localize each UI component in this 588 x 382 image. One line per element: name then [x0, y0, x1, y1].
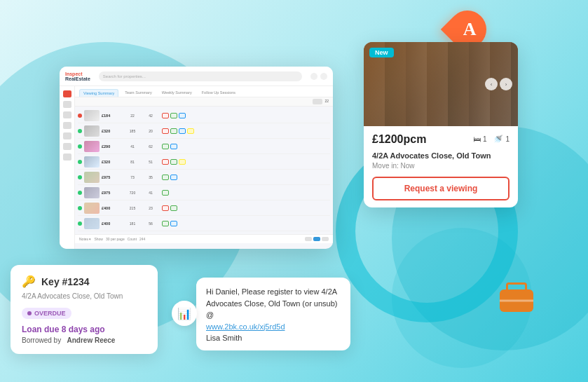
sms-body: Hi Daniel, Please register to view 4/2A … [206, 287, 338, 319]
sms-card: Hi Daniel, Please register to view 4/2A … [196, 278, 350, 350]
pagination-current[interactable] [313, 237, 320, 241]
row-data: £975 73 35 [102, 175, 330, 180]
row-thumbnail [84, 187, 100, 198]
scan-upload-icon[interactable]: 📊 [172, 301, 197, 326]
sidebar-item-home[interactable] [63, 90, 71, 97]
row-badges [162, 190, 169, 196]
tab-team-summary[interactable]: Team Summary [121, 89, 156, 97]
badge-1 [162, 113, 169, 118]
row-cell-1: 41 [125, 144, 139, 149]
borrowed-by-name: Andrew Reece [67, 336, 115, 344]
row-badges [162, 175, 177, 180]
app-tabs: Viewing Summary Team Summary Weekly Summ… [75, 86, 333, 97]
badge-2 [170, 113, 177, 118]
row-cell-2: 41 [144, 191, 158, 195]
property-image: New ‹ › [364, 42, 518, 126]
row-price: £320 [102, 129, 121, 133]
status-dot-green [78, 175, 82, 179]
badge-2 [170, 144, 177, 149]
badge-1 [162, 175, 169, 180]
badge-1 [162, 144, 169, 149]
row-cell-2: 51 [144, 160, 158, 164]
row-cell-2: 42 [144, 114, 158, 118]
key-subtitle: 4/2A Advocates Close, Old Town [22, 292, 146, 300]
row-cell-1: 73 [125, 175, 139, 179]
move-in-label: Move in: [372, 162, 399, 170]
badge-3 [179, 113, 186, 118]
logo-letter: A [463, 19, 476, 40]
row-cell-1: 181 [125, 221, 139, 226]
row-thumbnail [84, 203, 100, 214]
baths-count: 1 [505, 135, 510, 143]
badge-1 [162, 128, 169, 134]
tab-follow-up[interactable]: Follow Up Sessions [198, 89, 239, 97]
app-main-content: Viewing Summary Team Summary Weekly Summ… [75, 86, 333, 249]
overdue-label: OVERDUE [34, 310, 66, 317]
per-page-label: 30 per page [106, 237, 125, 241]
app-header-icons [310, 73, 327, 80]
sidebar-item-settings[interactable] [63, 154, 71, 161]
count-badge: 22 [324, 99, 329, 104]
prev-image-arrow[interactable]: ‹ [485, 78, 498, 90]
badge-2 [170, 205, 177, 211]
sidebar-item-2[interactable] [63, 101, 71, 108]
row-cell-2: 35 [144, 175, 158, 179]
app-sidebar [60, 86, 75, 249]
app-pagination: Notes ▾ Show 30 per page Count 244 [75, 234, 333, 243]
tab-weekly-summary[interactable]: Weekly Summary [158, 89, 196, 97]
app-table: £184 22 42 £320 185 [75, 107, 333, 233]
star-icon[interactable] [320, 73, 327, 80]
bedrooms-amenity: 🛏 1 [473, 135, 487, 144]
sidebar-item-5[interactable] [63, 132, 71, 139]
app-body: Viewing Summary Team Summary Weekly Summ… [60, 86, 333, 249]
overdue-badge: OVERDUE [22, 308, 71, 319]
toolbar-filter-icon[interactable] [313, 99, 322, 104]
sidebar-item-4[interactable] [63, 122, 71, 129]
pagination-next[interactable] [322, 237, 329, 241]
property-info: £1200pcm 🛏 1 🚿 1 4/2A Advocates Close, O… [364, 126, 518, 207]
row-data: £400 181 56 [102, 221, 330, 226]
row-price: £400 [102, 206, 121, 210]
overdue-dot [27, 311, 32, 315]
row-price: £290 [102, 144, 121, 149]
row-badges [162, 113, 186, 118]
table-row: £184 22 42 [78, 108, 330, 123]
app-search-bar[interactable]: Search for properties... [99, 71, 302, 81]
badge-2 [170, 221, 177, 226]
bath-icon: 🚿 [493, 135, 503, 144]
beds-count: 1 [483, 135, 487, 143]
bathrooms-amenity: 🚿 1 [493, 135, 510, 144]
row-thumbnail [84, 218, 100, 229]
sidebar-item-6[interactable] [63, 143, 71, 150]
row-data: £184 22 42 [102, 113, 330, 118]
key-card: 🔑 Key #1234 4/2A Advocates Close, Old To… [11, 265, 158, 354]
key-title: Key #1234 [41, 276, 90, 287]
row-thumbnail [84, 172, 100, 183]
app-titlebar: InspectRealEstate Search for properties.… [60, 67, 333, 86]
row-price: £400 [102, 221, 121, 226]
badge-2 [170, 128, 177, 134]
row-cell-1: 81 [125, 160, 139, 164]
row-data: £400 215 23 [102, 205, 330, 211]
pagination-controls[interactable] [305, 237, 329, 241]
request-viewing-button[interactable]: Request a viewing [372, 177, 510, 200]
row-badges [162, 159, 186, 165]
status-dot-green [78, 221, 82, 226]
row-data: £975 720 41 [102, 190, 330, 196]
app-window: InspectRealEstate Search for properties.… [60, 67, 333, 249]
row-cell-2: 23 [144, 206, 158, 210]
badge-3 [179, 159, 186, 165]
tab-viewing-summary[interactable]: Viewing Summary [79, 89, 118, 97]
pagination-prev[interactable] [305, 237, 312, 241]
row-thumbnail [84, 110, 100, 121]
notification-icon[interactable] [310, 73, 317, 80]
new-badge: New [369, 48, 394, 57]
row-thumbnail [84, 125, 100, 137]
sidebar-item-3[interactable] [63, 111, 71, 118]
row-price: £975 [102, 191, 121, 195]
sms-link[interactable]: www.2bk.co.uk/xj5rd5d [206, 322, 285, 331]
image-nav-arrows: ‹ › [485, 78, 512, 90]
row-cell-1: 215 [125, 206, 139, 210]
next-image-arrow[interactable]: › [500, 78, 512, 90]
property-move-in: Move in: Now [372, 162, 510, 170]
